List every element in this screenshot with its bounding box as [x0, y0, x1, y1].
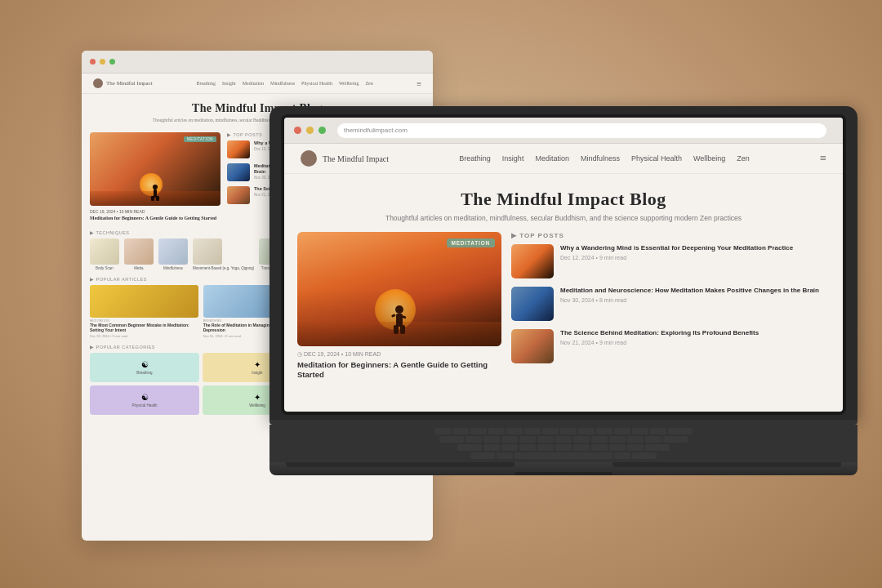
close-button[interactable] [90, 59, 96, 65]
site-logo: The Mindful Impact [301, 150, 389, 167]
back-nav-insight[interactable]: Insight [222, 81, 236, 86]
back-tech-label-3: Mindfulness [158, 266, 188, 270]
back-site-logo: The Mindful Impact [93, 78, 153, 88]
back-featured-badge: MEDITATION [184, 136, 216, 142]
back-technique-metta: Metta [124, 238, 154, 270]
site-featured-meta: ◷ DEC 19, 2024 • 10 MIN READ [297, 351, 501, 358]
nav-breathing[interactable]: Breathing [459, 154, 491, 163]
back-cat-breathing-icon: ☯ [141, 360, 149, 369]
site-post-meta-3: Nov 21, 2024 • 9 min read [560, 340, 830, 345]
site-hero: The Mindful Impact Blog Thoughtful artic… [284, 174, 843, 232]
maximize-button[interactable] [109, 59, 115, 65]
address-bar-text: themindfulimpact.com [344, 127, 408, 134]
hamburger-menu-icon[interactable]: ≡ [820, 152, 826, 165]
key [650, 428, 666, 434]
key [497, 452, 513, 459]
laptop-feet [270, 462, 858, 467]
laptop-foot-left [286, 462, 514, 467]
site-post-info-2: Meditation and Neuroscience: How Meditat… [560, 287, 830, 303]
back-article-meta-1: Dec 28, 2024 • 9 min read [90, 334, 198, 338]
back-nav-breathing[interactable]: Breathing [196, 81, 216, 86]
keyboard-row-2 [286, 436, 841, 443]
browser-titlebar: themindfulimpact.com [284, 118, 843, 144]
back-nav-links: Breathing Insight Meditation Mindfulness… [196, 81, 372, 86]
back-tech-img-2 [124, 238, 154, 265]
key [439, 436, 464, 443]
key [578, 428, 595, 434]
svg-rect-3 [156, 196, 159, 201]
back-cat-insight-icon: ✦ [254, 360, 261, 369]
key [573, 444, 590, 451]
minimize-button[interactable] [100, 59, 105, 65]
nav-zen[interactable]: Zen [737, 154, 750, 163]
site-post-title-1: Why a Wandering Mind is Essential for De… [560, 244, 830, 253]
back-logo-icon [93, 78, 103, 88]
back-person-silhouette [150, 185, 160, 201]
nav-insight[interactable]: Insight [502, 154, 524, 163]
keyboard-rows [286, 428, 841, 459]
back-logo-text: The Mindful Impact [106, 80, 153, 87]
site-featured-title: Meditation for Beginners: A Gentle Guide… [297, 360, 501, 381]
laptop-screen: themindfulimpact.com The Mindful Impact … [284, 118, 843, 412]
key [627, 444, 644, 451]
browser-minimize[interactable] [306, 127, 314, 134]
back-technique-body-scan: Body Scan [90, 238, 119, 270]
site-top-posts: ▶ TOP POSTS Why a Wandering Mind is Esse… [511, 232, 830, 381]
back-nav-physical[interactable]: Physical Health [301, 81, 332, 86]
browser-maximize[interactable] [318, 127, 326, 134]
site-blog-title: The Mindful Impact Blog [317, 189, 810, 210]
back-featured-title: Meditation for Beginners: A Gentle Guide… [90, 216, 220, 222]
site-main-content: MEDITATION [284, 232, 843, 381]
address-bar[interactable]: themindfulimpact.com [337, 123, 826, 138]
site-post-thumb-1 [511, 244, 554, 278]
site-featured-post: MEDITATION [297, 232, 501, 381]
site-blog-subtitle: Thoughtful articles on meditation, mindf… [317, 214, 810, 222]
back-menu-icon[interactable]: ≡ [416, 79, 421, 88]
key [537, 444, 554, 451]
site-post-card-2: Meditation and Neuroscience: How Meditat… [511, 287, 830, 321]
back-cat-insight-label: Insight [252, 371, 262, 375]
keyboard-row-4 [286, 452, 841, 459]
key [668, 428, 693, 434]
back-cat-breathing[interactable]: ☯ Breathing [90, 353, 199, 382]
back-nav-zen[interactable]: Zen [365, 81, 372, 86]
back-cat-physical[interactable]: ☯ Physical Health [90, 385, 199, 415]
key [609, 444, 626, 451]
site-post-meta-2: Nov 30, 2024 • 8 min read [560, 297, 830, 303]
back-nav-meditation[interactable]: Meditation [243, 81, 264, 86]
key [627, 436, 644, 443]
key [614, 452, 630, 459]
key [573, 436, 590, 443]
key [632, 452, 657, 459]
back-featured-post: MEDITATION DEC 19, 2024 • 10 MIN READ Me… [90, 132, 220, 222]
key [483, 444, 500, 451]
spacebar[interactable] [514, 452, 612, 459]
back-cat-wellbeing-label: Wellbeing [249, 403, 265, 408]
back-post-2-thumb [227, 163, 250, 181]
laptop: themindfulimpact.com The Mindful Impact … [270, 106, 858, 475]
back-nav-wellbeing[interactable]: Wellbeing [339, 81, 359, 86]
back-tech-label-4: Movement-Based (e.g. Yoga, Qigong) [193, 266, 254, 270]
back-nav-mindfulness[interactable]: Mindfulness [270, 81, 295, 86]
site-logo-text: The Mindful Impact [323, 154, 389, 163]
laptop-foot-right [612, 462, 841, 467]
site-post-info-3: The Science Behind Meditation: Exploring… [560, 329, 830, 345]
browser-close[interactable] [294, 127, 301, 134]
key [519, 436, 536, 443]
key [663, 436, 688, 443]
nav-meditation[interactable]: Meditation [535, 154, 569, 163]
site-post-card-3: The Science Behind Meditation: Exploring… [511, 329, 830, 363]
back-technique-movement: Movement-Based (e.g. Yoga, Qigong) [193, 238, 254, 270]
back-cat-wellbeing-icon: ✦ [254, 393, 261, 402]
nav-wellbeing[interactable]: Wellbeing [693, 154, 725, 163]
site-post-meta-1: Dec 12, 2024 • 9 min read [560, 255, 830, 261]
key [614, 428, 630, 434]
key [470, 428, 487, 434]
nav-mindfulness[interactable]: Mindfulness [581, 154, 620, 163]
nav-physical-health[interactable]: Physical Health [631, 154, 682, 163]
key [632, 428, 648, 434]
site-post-thumb-2 [511, 287, 554, 321]
site-post-thumb-3 [511, 329, 554, 363]
site-top-posts-label: ▶ TOP POSTS [511, 232, 830, 239]
key [542, 428, 559, 434]
